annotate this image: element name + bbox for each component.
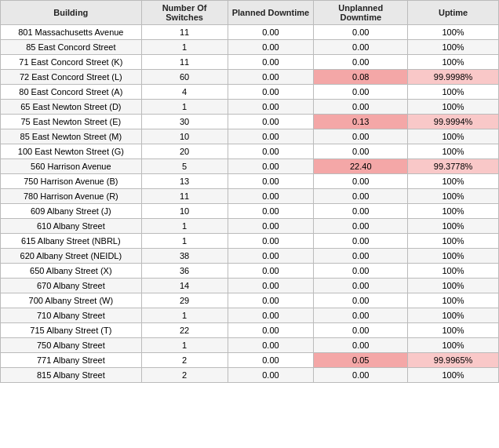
cell-planned: 0.00 <box>228 159 314 174</box>
cell-building: 100 East Newton Street (G) <box>1 144 142 159</box>
table-row: 100 East Newton Street (G)200.000.00100% <box>1 144 499 159</box>
header-unplanned: Unplanned Downtime <box>314 1 408 25</box>
table-row: 710 Albany Street10.000.00100% <box>1 308 499 323</box>
cell-uptime: 100% <box>408 55 499 70</box>
cell-uptime: 100% <box>408 249 499 264</box>
cell-switches: 2 <box>141 368 228 383</box>
cell-planned: 0.00 <box>228 55 314 70</box>
table-row: 609 Albany Street (J)100.000.00100% <box>1 204 499 219</box>
cell-unplanned: 0.00 <box>314 25 408 40</box>
cell-uptime: 100% <box>408 144 499 159</box>
cell-uptime: 100% <box>408 234 499 249</box>
table-row: 560 Harrison Avenue50.0022.4099.3778% <box>1 159 499 174</box>
cell-switches: 1 <box>141 40 228 55</box>
cell-planned: 0.00 <box>228 323 314 338</box>
cell-uptime: 100% <box>408 219 499 234</box>
cell-switches: 13 <box>141 174 228 189</box>
table-row: 72 East Concord Street (L)600.000.0899.9… <box>1 70 499 85</box>
cell-switches: 20 <box>141 144 228 159</box>
cell-building: 85 East Newton Street (M) <box>1 129 142 144</box>
header-planned: Planned Downtime <box>228 1 314 25</box>
cell-uptime: 99.9998% <box>408 70 499 85</box>
cell-unplanned: 0.00 <box>314 129 408 144</box>
table-row: 80 East Concord Street (A)40.000.00100% <box>1 85 499 100</box>
cell-uptime: 100% <box>408 25 499 40</box>
cell-planned: 0.00 <box>228 25 314 40</box>
cell-switches: 14 <box>141 279 228 293</box>
cell-switches: 29 <box>141 293 228 308</box>
cell-planned: 0.00 <box>228 293 314 308</box>
cell-switches: 11 <box>141 189 228 204</box>
cell-building: 771 Albany Street <box>1 353 142 368</box>
cell-building: 750 Albany Street <box>1 338 142 353</box>
cell-building: 801 Massachusetts Avenue <box>1 25 142 40</box>
table-row: 801 Massachusetts Avenue110.000.00100% <box>1 25 499 40</box>
cell-planned: 0.00 <box>228 219 314 234</box>
cell-switches: 1 <box>141 338 228 353</box>
table-row: 615 Albany Street (NBRL)10.000.00100% <box>1 234 499 249</box>
cell-unplanned: 0.00 <box>314 338 408 353</box>
cell-unplanned: 0.08 <box>314 70 408 85</box>
table-row: 715 Albany Street (T)220.000.00100% <box>1 323 499 338</box>
cell-unplanned: 0.00 <box>314 219 408 234</box>
cell-unplanned: 0.13 <box>314 115 408 129</box>
cell-switches: 10 <box>141 204 228 219</box>
table-row: 700 Albany Street (W)290.000.00100% <box>1 293 499 308</box>
table-row: 650 Albany Street (X)360.000.00100% <box>1 264 499 279</box>
cell-planned: 0.00 <box>228 204 314 219</box>
cell-uptime: 100% <box>408 204 499 219</box>
cell-unplanned: 22.40 <box>314 159 408 174</box>
cell-switches: 1 <box>141 308 228 323</box>
cell-unplanned: 0.00 <box>314 144 408 159</box>
cell-unplanned: 0.00 <box>314 264 408 279</box>
cell-unplanned: 0.00 <box>314 368 408 383</box>
cell-uptime: 99.9994% <box>408 115 499 129</box>
table-row: 71 East Concord Street (K)110.000.00100% <box>1 55 499 70</box>
cell-building: 71 East Concord Street (K) <box>1 55 142 70</box>
cell-unplanned: 0.00 <box>314 204 408 219</box>
cell-switches: 10 <box>141 129 228 144</box>
table-row: 620 Albany Street (NEIDL)380.000.00100% <box>1 249 499 264</box>
cell-building: 80 East Concord Street (A) <box>1 85 142 100</box>
cell-planned: 0.00 <box>228 144 314 159</box>
cell-building: 700 Albany Street (W) <box>1 293 142 308</box>
cell-unplanned: 0.00 <box>314 234 408 249</box>
cell-unplanned: 0.00 <box>314 189 408 204</box>
cell-planned: 0.00 <box>228 85 314 100</box>
cell-planned: 0.00 <box>228 234 314 249</box>
cell-unplanned: 0.00 <box>314 279 408 293</box>
table-row: 771 Albany Street20.000.0599.9965% <box>1 353 499 368</box>
cell-uptime: 100% <box>408 338 499 353</box>
table-row: 780 Harrison Avenue (R)110.000.00100% <box>1 189 499 204</box>
cell-building: 560 Harrison Avenue <box>1 159 142 174</box>
cell-uptime: 100% <box>408 129 499 144</box>
cell-uptime: 100% <box>408 264 499 279</box>
cell-unplanned: 0.00 <box>314 249 408 264</box>
cell-building: 609 Albany Street (J) <box>1 204 142 219</box>
cell-switches: 1 <box>141 219 228 234</box>
cell-unplanned: 0.00 <box>314 293 408 308</box>
cell-switches: 38 <box>141 249 228 264</box>
cell-uptime: 100% <box>408 174 499 189</box>
cell-planned: 0.00 <box>228 353 314 368</box>
cell-uptime: 100% <box>408 100 499 115</box>
cell-planned: 0.00 <box>228 189 314 204</box>
table-row: 85 East Concord Street10.000.00100% <box>1 40 499 55</box>
cell-switches: 2 <box>141 353 228 368</box>
cell-planned: 0.00 <box>228 174 314 189</box>
cell-planned: 0.00 <box>228 279 314 293</box>
cell-building: 615 Albany Street (NBRL) <box>1 234 142 249</box>
cell-planned: 0.00 <box>228 249 314 264</box>
cell-planned: 0.00 <box>228 100 314 115</box>
cell-planned: 0.00 <box>228 338 314 353</box>
cell-uptime: 100% <box>408 368 499 383</box>
cell-building: 620 Albany Street (NEIDL) <box>1 249 142 264</box>
cell-unplanned: 0.00 <box>314 308 408 323</box>
cell-building: 75 East Newton Street (E) <box>1 115 142 129</box>
cell-unplanned: 0.00 <box>314 85 408 100</box>
cell-unplanned: 0.00 <box>314 100 408 115</box>
cell-switches: 60 <box>141 70 228 85</box>
cell-switches: 30 <box>141 115 228 129</box>
table-row: 815 Albany Street20.000.00100% <box>1 368 499 383</box>
cell-uptime: 99.3778% <box>408 159 499 174</box>
